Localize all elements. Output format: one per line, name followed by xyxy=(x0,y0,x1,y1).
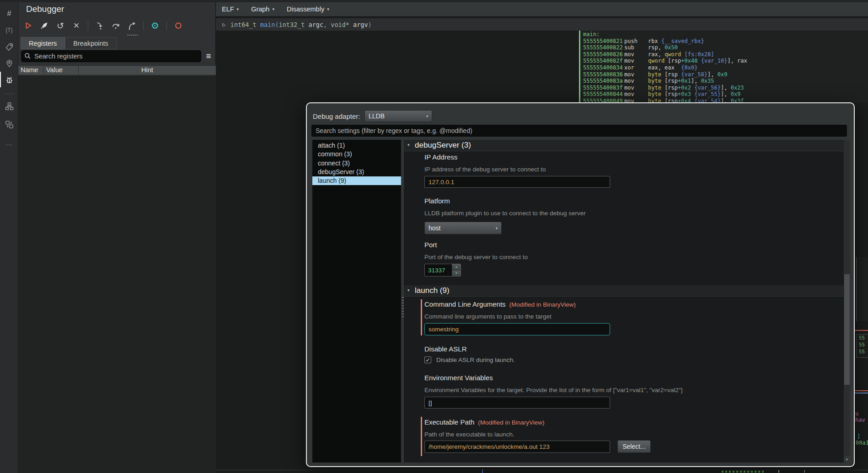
disassembly-line[interactable]: 555555400821pushrbx {__saved_rbx} xyxy=(583,38,868,45)
search-registers-input[interactable] xyxy=(21,50,201,62)
aslr-checkbox[interactable]: ✓ xyxy=(424,356,431,363)
kill-icon[interactable]: × xyxy=(72,21,81,30)
spin-up-icon[interactable]: ▲ xyxy=(452,264,461,271)
attach-syringe-icon[interactable] xyxy=(40,21,49,30)
modified-indicator-bar xyxy=(421,417,422,456)
command-line-arguments-input[interactable] xyxy=(424,323,610,335)
settings-search-input[interactable] xyxy=(311,125,847,137)
debugger-toolbar: ↺ × ⚙ xyxy=(24,18,183,33)
clipped-disassembly-node: 55 55 55 xyxy=(856,334,868,358)
tab-breakpoints[interactable]: Breakpoints xyxy=(65,37,117,49)
disassembly-line[interactable]: 55555540083fmovbyte [rsp+0x2 {var_56}], … xyxy=(583,85,868,91)
settings-category-list: attach (1)common (3)connect (3)debugServ… xyxy=(312,140,401,462)
column-hint[interactable]: Hint xyxy=(79,66,216,75)
step-into-icon[interactable] xyxy=(95,21,104,30)
debugger-tabs: Registers Breakpoints xyxy=(21,37,117,49)
search-icon xyxy=(24,53,31,61)
function-signature[interactable]: int64_t main(int32_t argc, void* argv) xyxy=(230,21,372,28)
category-item[interactable]: common (3) xyxy=(312,150,401,159)
clipped-string-text: u hav xyxy=(855,410,868,423)
column-name[interactable]: Name xyxy=(18,66,44,75)
scrollbar-thumb[interactable] xyxy=(844,274,850,385)
menu-graph[interactable]: Graph▾ xyxy=(251,5,274,13)
graph-edge-red xyxy=(855,390,868,391)
step-over-icon[interactable] xyxy=(111,21,120,30)
modified-badge: (Modified in BinaryView) xyxy=(509,301,576,308)
debugger-bug-icon[interactable] xyxy=(0,72,18,87)
chevron-down-icon: ▾ xyxy=(426,114,428,118)
category-item[interactable]: debugServer (3) xyxy=(312,168,401,176)
setting-ip-title: IP Address xyxy=(424,153,457,161)
location-pin-icon[interactable] xyxy=(0,56,18,70)
platform-dropdown[interactable]: host ▾ xyxy=(424,222,502,234)
spin-down-icon[interactable]: ▼ xyxy=(452,271,461,276)
disassembly-line[interactable]: 555555400826movrax, qword [fs:0x28] xyxy=(583,51,868,58)
restart-icon[interactable]: ↺ xyxy=(56,21,65,30)
setting-ip-desc: IP address of the debug server to connec… xyxy=(424,166,546,173)
aslr-checkbox-label: Disable ASLR during launch. xyxy=(436,356,515,363)
toolbar-separator xyxy=(166,21,167,30)
disassembly-line[interactable]: 555555400834xoreax, eax {0x0} xyxy=(583,64,868,71)
setting-exe-label: Executable Path xyxy=(424,418,474,426)
bottom-pane-divider xyxy=(216,470,868,470)
continue-icon[interactable] xyxy=(24,21,33,30)
disassembly-code: main:555555400821pushrbx {__saved_rbx}55… xyxy=(583,31,868,103)
settings-panel[interactable]: ▾ debugServer (3) IP Address IP address … xyxy=(404,140,844,462)
menu-disassembly[interactable]: Disassembly▾ xyxy=(287,5,329,13)
collapse-icon[interactable]: ▾ xyxy=(407,143,410,147)
register-menu-icon[interactable]: ≡ xyxy=(203,50,214,62)
clipped-mark xyxy=(804,470,805,473)
settings-scrollbar[interactable]: ▼ xyxy=(844,140,850,462)
tab-registers[interactable]: Registers xyxy=(21,37,65,49)
settings-search xyxy=(311,125,847,137)
disassembly-line[interactable]: 555555400822subrsp, 0x50 xyxy=(583,44,868,51)
disassembly-line[interactable]: 555555400844movbyte [rsp+0x3 {var_55}], … xyxy=(583,91,868,98)
setting-args-title: Command Line Arguments(Modified in Binar… xyxy=(424,300,576,308)
collapse-icon[interactable]: ▾ xyxy=(407,288,410,292)
disassembly-line[interactable]: 55555540082fmovqword [rsp+0x48 {var_10}]… xyxy=(583,58,868,64)
setting-args-label: Command Line Arguments xyxy=(424,300,506,308)
register-table-body[interactable] xyxy=(18,76,216,473)
port-input[interactable] xyxy=(425,264,452,276)
clipped-graph-node xyxy=(856,257,868,321)
graph-edge-blue-vertical xyxy=(482,469,483,473)
types-icon[interactable]: {T} xyxy=(0,23,18,37)
chevron-down-icon: ▾ xyxy=(496,226,498,230)
executable-path-input[interactable] xyxy=(424,441,610,453)
setting-args-desc: Command line arguments to pass to the ta… xyxy=(424,313,552,320)
disassembly-line[interactable]: 55555540083amovbyte [rsp+0x1], 0x35 xyxy=(583,78,868,85)
scrollbar-down-arrow[interactable]: ▼ xyxy=(844,456,850,462)
debug-adapter-settings-dialog: Debug adapter: LLDB ▾ attach (1)common (… xyxy=(306,102,855,467)
step-return-icon[interactable] xyxy=(127,21,136,30)
toolbar-drag-handle[interactable]: •••••• xyxy=(127,33,139,37)
clipped-addr-line: 55 xyxy=(859,348,868,355)
adapter-dropdown[interactable]: LLDB ▾ xyxy=(364,110,432,122)
caret-down-icon: ▾ xyxy=(237,7,239,11)
cross-references-icon[interactable] xyxy=(0,117,18,132)
settings-gear-icon[interactable]: ⚙ xyxy=(150,21,160,30)
more-icon[interactable]: … xyxy=(0,135,18,150)
ip-address-input[interactable] xyxy=(424,176,610,188)
setting-aslr-title: Disable ASLR xyxy=(424,345,467,353)
section-title: debugServer (3) xyxy=(415,141,471,150)
setting-port-desc: Port of the debug server to connect to xyxy=(424,254,528,260)
debugger-panel: Debugger ↺ × ⚙ xyxy=(18,0,216,473)
environment-variables-input[interactable] xyxy=(424,397,610,409)
disassembly-node[interactable]: main:555555400821pushrbx {__saved_rbx}55… xyxy=(579,31,868,103)
section-debugserver[interactable]: ▾ debugServer (3) xyxy=(404,140,844,151)
tag-icon[interactable] xyxy=(0,39,18,54)
category-item[interactable]: launch (9) xyxy=(312,176,401,185)
menu-elf[interactable]: ELF▾ xyxy=(222,5,239,13)
category-item[interactable]: attach (1) xyxy=(312,141,401,150)
select-file-button[interactable]: Select... xyxy=(617,440,651,453)
hierarchy-icon[interactable] xyxy=(0,99,18,113)
symbols-hash-icon[interactable]: # xyxy=(0,6,18,21)
function-signature-bar: ↻ int64_t main(int32_t argc, void* argv) xyxy=(216,18,868,31)
category-item[interactable]: connect (3) xyxy=(312,159,401,168)
record-circle-icon[interactable] xyxy=(174,21,183,30)
section-launch[interactable]: ▾ launch (9) xyxy=(404,285,844,297)
column-value[interactable]: Value xyxy=(44,66,79,75)
clipped-address-text: 00a1 xyxy=(856,440,868,446)
clipped-bracket-text: ] xyxy=(857,433,868,440)
disassembly-line[interactable]: 555555400836movbyte [rsp {var_58}], 0x9 xyxy=(583,71,868,78)
